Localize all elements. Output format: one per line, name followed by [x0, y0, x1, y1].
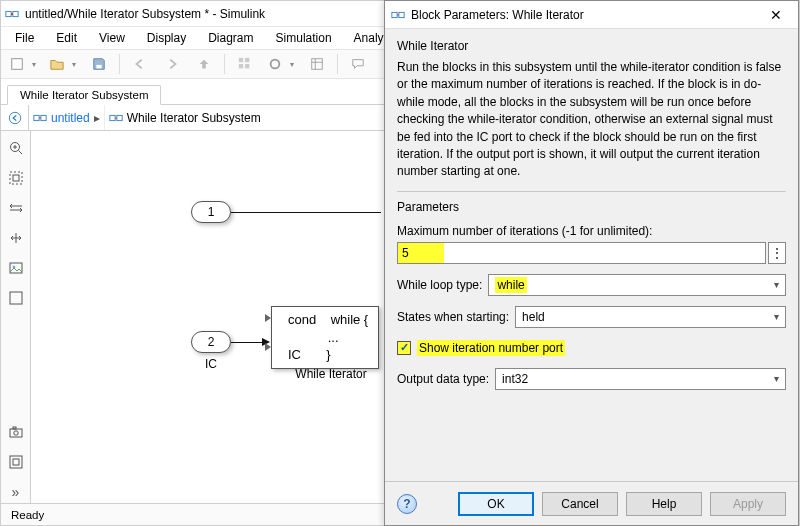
left-palette: »	[1, 131, 31, 503]
menu-simulation[interactable]: Simulation	[266, 29, 342, 47]
screenshot-icon[interactable]	[5, 421, 27, 443]
open-model-button[interactable]: ▾	[45, 52, 81, 76]
input-port-icon	[265, 314, 271, 322]
chevron-down-icon: ▾	[774, 311, 779, 322]
window-title: untitled/While Iterator Subsystem * - Si…	[25, 7, 265, 21]
toolbar-separator	[337, 54, 338, 74]
record-icon[interactable]	[5, 451, 27, 473]
simulink-model-icon	[33, 111, 47, 125]
apply-button[interactable]: Apply	[710, 492, 786, 516]
menu-view[interactable]: View	[89, 29, 135, 47]
svg-rect-17	[10, 172, 22, 184]
max-iterations-input[interactable]	[397, 242, 766, 264]
states-when-starting-value: held	[522, 310, 545, 324]
inport-block-2[interactable]: 2	[191, 331, 231, 353]
dialog-app-icon	[391, 8, 405, 22]
svg-rect-1	[13, 11, 18, 16]
annotations-icon[interactable]	[5, 227, 27, 249]
signal-wire	[231, 212, 381, 213]
library-browser-button[interactable]	[231, 52, 259, 76]
more-icon[interactable]: »	[5, 481, 27, 503]
breadcrumb-current-label: While Iterator Subsystem	[127, 111, 261, 125]
svg-rect-21	[10, 292, 22, 304]
input-port-icon	[265, 343, 271, 351]
status-ready: Ready	[1, 509, 54, 521]
param-max-iterations: Maximum number of iterations (-1 for unl…	[397, 224, 786, 264]
toggle-perspective-icon[interactable]	[5, 197, 27, 219]
comment-button[interactable]	[344, 52, 372, 76]
inport-1-label: 1	[208, 205, 215, 219]
new-model-button[interactable]: ▾	[5, 52, 41, 76]
svg-rect-22	[10, 429, 22, 437]
tab-while-iterator-subsystem[interactable]: While Iterator Subsystem	[7, 85, 161, 105]
states-when-starting-label: States when starting:	[397, 310, 509, 324]
breadcrumb-root[interactable]: untitled ▸	[29, 105, 105, 130]
menu-diagram[interactable]: Diagram	[198, 29, 263, 47]
question-icon: ?	[403, 497, 410, 511]
menu-file[interactable]: File	[5, 29, 44, 47]
dialog-separator	[397, 191, 786, 192]
image-icon[interactable]	[5, 257, 27, 279]
checkbox-icon: ✓	[397, 341, 411, 355]
model-explorer-button[interactable]	[303, 52, 331, 76]
toolbar-separator	[119, 54, 120, 74]
dialog-body: While Iterator Run the blocks in this su…	[385, 29, 798, 481]
breadcrumb-root-label: untitled	[51, 111, 90, 125]
ok-button[interactable]: OK	[458, 492, 534, 516]
up-button[interactable]	[190, 52, 218, 76]
dialog-button-row: ? OK Cancel Help Apply	[385, 481, 798, 525]
signal-wire	[231, 342, 263, 343]
simulink-app-icon	[5, 7, 19, 21]
svg-rect-10	[312, 59, 323, 70]
param-states-when-starting: States when starting: held ▾	[397, 306, 786, 328]
menu-display[interactable]: Display	[137, 29, 196, 47]
svg-point-9	[271, 60, 280, 69]
dialog-close-button[interactable]: ✕	[756, 1, 796, 28]
while-type-label: While loop type:	[397, 278, 482, 292]
dialog-heading: While Iterator	[397, 39, 786, 53]
save-button[interactable]	[85, 52, 113, 76]
svg-rect-25	[10, 456, 22, 468]
svg-rect-28	[399, 12, 404, 17]
svg-rect-7	[239, 64, 243, 68]
close-icon: ✕	[770, 7, 782, 23]
param-while-type: While loop type: while ▾	[397, 274, 786, 296]
svg-rect-4	[96, 65, 101, 69]
viewmarks-icon[interactable]	[5, 287, 27, 309]
inport-block-1[interactable]: 1	[191, 201, 231, 223]
while-iterator-block-text: cond while { ... IC }	[288, 312, 368, 362]
zoom-icon[interactable]	[5, 137, 27, 159]
max-iterations-more-button[interactable]: ⋮	[768, 242, 786, 264]
dialog-description: Run the blocks in this subsystem until t…	[397, 59, 786, 181]
context-help-button[interactable]: ?	[397, 494, 417, 514]
svg-rect-15	[117, 115, 122, 120]
model-config-button[interactable]: ▾	[263, 52, 299, 76]
svg-rect-5	[239, 58, 243, 62]
svg-rect-6	[245, 58, 249, 62]
forward-button[interactable]	[158, 52, 186, 76]
states-when-starting-combo[interactable]: held ▾	[515, 306, 786, 328]
show-iteration-port-checkbox[interactable]: ✓ Show iteration number port	[397, 340, 786, 356]
output-data-type-combo[interactable]: int32 ▾	[495, 368, 786, 390]
while-iterator-block-label: While Iterator	[271, 367, 391, 381]
toolbar-separator	[224, 54, 225, 74]
menu-edit[interactable]: Edit	[46, 29, 87, 47]
breadcrumb-back-button[interactable]	[1, 105, 29, 130]
while-type-combo[interactable]: while ▾	[488, 274, 786, 296]
dialog-titlebar: Block Parameters: While Iterator ✕	[385, 1, 798, 29]
while-iterator-block[interactable]: cond while { ... IC }	[271, 306, 379, 369]
svg-rect-3	[12, 59, 23, 70]
fit-to-view-icon[interactable]	[5, 167, 27, 189]
svg-rect-14	[110, 115, 115, 120]
chevron-down-icon: ▾	[774, 279, 779, 290]
cancel-button[interactable]: Cancel	[542, 492, 618, 516]
chevron-down-icon: ▾	[32, 60, 36, 69]
svg-rect-27	[392, 12, 397, 17]
help-button[interactable]: Help	[626, 492, 702, 516]
chevron-down-icon: ▾	[290, 60, 294, 69]
svg-rect-18	[13, 175, 19, 181]
back-button[interactable]	[126, 52, 154, 76]
svg-rect-0	[6, 11, 11, 16]
subsystem-icon	[109, 111, 123, 125]
output-data-type-value: int32	[502, 372, 528, 386]
